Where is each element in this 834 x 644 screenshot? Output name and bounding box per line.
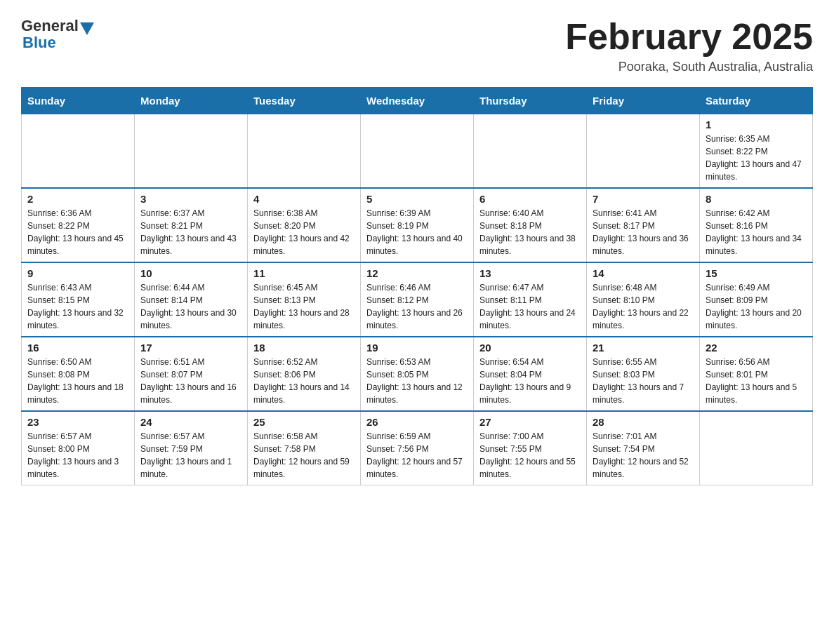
sun-info: Sunrise: 7:00 AM Sunset: 7:55 PM Dayligh… bbox=[479, 430, 581, 481]
page-header: General Blue February 2025 Pooraka, Sout… bbox=[21, 17, 813, 74]
sun-info: Sunrise: 6:48 AM Sunset: 8:10 PM Dayligh… bbox=[593, 281, 694, 332]
day-number: 22 bbox=[706, 342, 807, 354]
day-number: 12 bbox=[366, 267, 468, 279]
day-number: 16 bbox=[27, 342, 128, 354]
calendar-cell: 16Sunrise: 6:50 AM Sunset: 8:08 PM Dayli… bbox=[22, 337, 135, 411]
logo-blue-text: Blue bbox=[21, 34, 56, 52]
calendar-cell: 21Sunrise: 6:55 AM Sunset: 8:03 PM Dayli… bbox=[587, 337, 700, 411]
col-header-friday: Friday bbox=[587, 88, 700, 114]
day-number: 7 bbox=[593, 193, 694, 205]
calendar-cell: 19Sunrise: 6:53 AM Sunset: 8:05 PM Dayli… bbox=[361, 337, 474, 411]
calendar-cell: 18Sunrise: 6:52 AM Sunset: 8:06 PM Dayli… bbox=[248, 337, 361, 411]
title-block: February 2025 Pooraka, South Australia, … bbox=[565, 17, 813, 74]
calendar-cell: 11Sunrise: 6:45 AM Sunset: 8:13 PM Dayli… bbox=[248, 262, 361, 337]
calendar-cell: 17Sunrise: 6:51 AM Sunset: 8:07 PM Dayli… bbox=[135, 337, 248, 411]
calendar-cell: 25Sunrise: 6:58 AM Sunset: 7:58 PM Dayli… bbox=[248, 411, 361, 485]
calendar-cell: 8Sunrise: 6:42 AM Sunset: 8:16 PM Daylig… bbox=[700, 188, 813, 262]
day-number: 21 bbox=[593, 342, 694, 354]
day-number: 11 bbox=[253, 267, 355, 279]
calendar-cell: 5Sunrise: 6:39 AM Sunset: 8:19 PM Daylig… bbox=[361, 188, 474, 262]
logo-top: General bbox=[21, 17, 95, 35]
day-number: 6 bbox=[479, 193, 581, 205]
sun-info: Sunrise: 6:35 AM Sunset: 8:22 PM Dayligh… bbox=[706, 133, 807, 183]
day-number: 10 bbox=[140, 267, 241, 279]
calendar-cell bbox=[361, 114, 474, 189]
sun-info: Sunrise: 7:01 AM Sunset: 7:54 PM Dayligh… bbox=[593, 430, 694, 481]
sun-info: Sunrise: 6:57 AM Sunset: 7:59 PM Dayligh… bbox=[140, 430, 241, 481]
calendar-cell: 13Sunrise: 6:47 AM Sunset: 8:11 PM Dayli… bbox=[474, 262, 587, 337]
calendar-cell: 7Sunrise: 6:41 AM Sunset: 8:17 PM Daylig… bbox=[587, 188, 700, 262]
calendar-week-row: 1Sunrise: 6:35 AM Sunset: 8:22 PM Daylig… bbox=[22, 114, 813, 189]
day-number: 1 bbox=[706, 119, 807, 130]
logo-triangle-icon bbox=[80, 22, 94, 35]
logo-general-text: General bbox=[21, 17, 79, 35]
calendar-cell: 15Sunrise: 6:49 AM Sunset: 8:09 PM Dayli… bbox=[700, 262, 813, 337]
col-header-sunday: Sunday bbox=[22, 88, 135, 114]
day-number: 2 bbox=[27, 193, 128, 205]
sun-info: Sunrise: 6:55 AM Sunset: 8:03 PM Dayligh… bbox=[593, 356, 694, 406]
sun-info: Sunrise: 6:41 AM Sunset: 8:17 PM Dayligh… bbox=[593, 207, 694, 257]
sun-info: Sunrise: 6:54 AM Sunset: 8:04 PM Dayligh… bbox=[479, 356, 581, 406]
sun-info: Sunrise: 6:47 AM Sunset: 8:11 PM Dayligh… bbox=[479, 281, 581, 332]
day-number: 9 bbox=[27, 267, 128, 279]
day-number: 27 bbox=[479, 416, 581, 428]
calendar-week-row: 2Sunrise: 6:36 AM Sunset: 8:22 PM Daylig… bbox=[22, 188, 813, 262]
col-header-monday: Monday bbox=[135, 88, 248, 114]
day-number: 20 bbox=[479, 342, 581, 354]
col-header-thursday: Thursday bbox=[474, 88, 587, 114]
calendar-week-row: 9Sunrise: 6:43 AM Sunset: 8:15 PM Daylig… bbox=[22, 262, 813, 337]
col-header-saturday: Saturday bbox=[700, 88, 813, 114]
sun-info: Sunrise: 6:37 AM Sunset: 8:21 PM Dayligh… bbox=[140, 207, 241, 257]
day-number: 3 bbox=[140, 193, 241, 205]
calendar-week-row: 23Sunrise: 6:57 AM Sunset: 8:00 PM Dayli… bbox=[22, 411, 813, 485]
sun-info: Sunrise: 6:46 AM Sunset: 8:12 PM Dayligh… bbox=[366, 281, 468, 332]
sun-info: Sunrise: 6:52 AM Sunset: 8:06 PM Dayligh… bbox=[253, 356, 355, 406]
day-number: 18 bbox=[253, 342, 355, 354]
day-number: 24 bbox=[140, 416, 241, 428]
sun-info: Sunrise: 6:58 AM Sunset: 7:58 PM Dayligh… bbox=[253, 430, 355, 481]
sun-info: Sunrise: 6:50 AM Sunset: 8:08 PM Dayligh… bbox=[27, 356, 128, 406]
day-number: 19 bbox=[366, 342, 468, 354]
calendar-cell: 14Sunrise: 6:48 AM Sunset: 8:10 PM Dayli… bbox=[587, 262, 700, 337]
calendar-cell bbox=[135, 114, 248, 189]
col-header-wednesday: Wednesday bbox=[361, 88, 474, 114]
calendar-cell: 1Sunrise: 6:35 AM Sunset: 8:22 PM Daylig… bbox=[700, 114, 813, 189]
sun-info: Sunrise: 6:42 AM Sunset: 8:16 PM Dayligh… bbox=[706, 207, 807, 257]
day-number: 5 bbox=[366, 193, 468, 205]
sun-info: Sunrise: 6:38 AM Sunset: 8:20 PM Dayligh… bbox=[253, 207, 355, 257]
day-number: 25 bbox=[253, 416, 355, 428]
sun-info: Sunrise: 6:44 AM Sunset: 8:14 PM Dayligh… bbox=[140, 281, 241, 332]
calendar-cell: 20Sunrise: 6:54 AM Sunset: 8:04 PM Dayli… bbox=[474, 337, 587, 411]
sun-info: Sunrise: 6:45 AM Sunset: 8:13 PM Dayligh… bbox=[253, 281, 355, 332]
sun-info: Sunrise: 6:40 AM Sunset: 8:18 PM Dayligh… bbox=[479, 207, 581, 257]
page-title: February 2025 bbox=[565, 17, 813, 57]
day-number: 26 bbox=[366, 416, 468, 428]
sun-info: Sunrise: 6:39 AM Sunset: 8:19 PM Dayligh… bbox=[366, 207, 468, 257]
calendar-cell: 2Sunrise: 6:36 AM Sunset: 8:22 PM Daylig… bbox=[22, 188, 135, 262]
day-number: 4 bbox=[253, 193, 355, 205]
calendar-cell bbox=[22, 114, 135, 189]
page-subtitle: Pooraka, South Australia, Australia bbox=[565, 60, 813, 74]
calendar-cell: 10Sunrise: 6:44 AM Sunset: 8:14 PM Dayli… bbox=[135, 262, 248, 337]
day-number: 15 bbox=[706, 267, 807, 279]
calendar-cell: 12Sunrise: 6:46 AM Sunset: 8:12 PM Dayli… bbox=[361, 262, 474, 337]
day-number: 14 bbox=[593, 267, 694, 279]
day-number: 8 bbox=[706, 193, 807, 205]
sun-info: Sunrise: 6:59 AM Sunset: 7:56 PM Dayligh… bbox=[366, 430, 468, 481]
calendar-cell bbox=[248, 114, 361, 189]
calendar-cell bbox=[700, 411, 813, 485]
calendar-cell: 23Sunrise: 6:57 AM Sunset: 8:00 PM Dayli… bbox=[22, 411, 135, 485]
calendar-cell: 28Sunrise: 7:01 AM Sunset: 7:54 PM Dayli… bbox=[587, 411, 700, 485]
calendar-cell: 24Sunrise: 6:57 AM Sunset: 7:59 PM Dayli… bbox=[135, 411, 248, 485]
sun-info: Sunrise: 6:36 AM Sunset: 8:22 PM Dayligh… bbox=[27, 207, 128, 257]
sun-info: Sunrise: 6:43 AM Sunset: 8:15 PM Dayligh… bbox=[27, 281, 128, 332]
sun-info: Sunrise: 6:53 AM Sunset: 8:05 PM Dayligh… bbox=[366, 356, 468, 406]
calendar-cell bbox=[474, 114, 587, 189]
calendar-table: SundayMondayTuesdayWednesdayThursdayFrid… bbox=[21, 87, 813, 485]
logo: General Blue bbox=[21, 17, 95, 52]
sun-info: Sunrise: 6:51 AM Sunset: 8:07 PM Dayligh… bbox=[140, 356, 241, 406]
calendar-cell bbox=[587, 114, 700, 189]
day-number: 13 bbox=[479, 267, 581, 279]
sun-info: Sunrise: 6:49 AM Sunset: 8:09 PM Dayligh… bbox=[706, 281, 807, 332]
sun-info: Sunrise: 6:57 AM Sunset: 8:00 PM Dayligh… bbox=[27, 430, 128, 481]
